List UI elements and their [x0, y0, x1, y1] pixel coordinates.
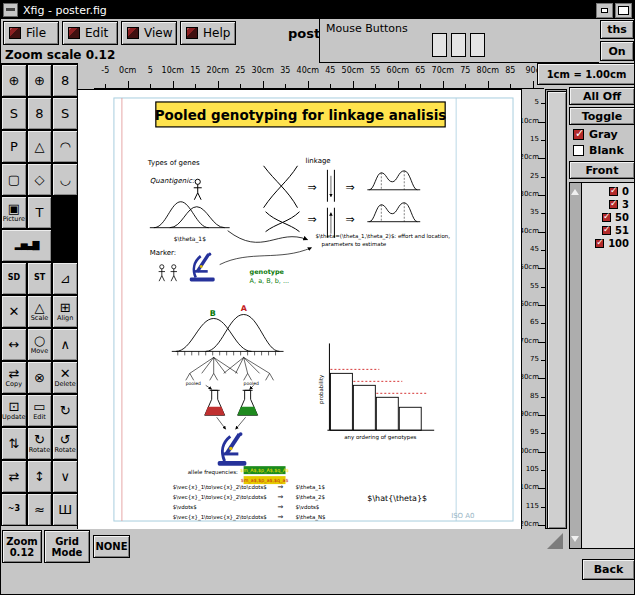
- maximize-button[interactable]: [615, 3, 632, 18]
- rotate-ccw-tool[interactable]: ↺ Rotate: [52, 427, 78, 460]
- join-split-tool[interactable]: ST: [27, 262, 53, 295]
- zoom-button[interactable]: Zoom 0.12: [2, 530, 42, 563]
- depth-list-scrollbar[interactable]: [570, 183, 582, 548]
- blank-checkbox-row[interactable]: Blank: [573, 144, 624, 157]
- text-tool[interactable]: T: [27, 196, 53, 229]
- zoom-scale-label: Zoom scale 0.12: [5, 48, 115, 62]
- arc-by-3-points-tool[interactable]: ◡: [52, 163, 78, 196]
- depth-row[interactable]: 51: [582, 224, 634, 237]
- rotate-cw-tool[interactable]: ↻ Rotate: [27, 427, 53, 460]
- convert-point-tool[interactable]: ∨: [52, 460, 78, 493]
- menu-button-file[interactable]: File: [3, 21, 59, 45]
- ruler-tick: 5: [522, 89, 545, 107]
- arrow-to-microscope: [236, 417, 246, 429]
- canvas-drawing[interactable]: Pooled genotyping for linkage analisis T…: [78, 90, 521, 529]
- arcbox-tool[interactable]: ▢: [1, 163, 27, 196]
- all-off-button[interactable]: All Off: [569, 87, 635, 105]
- depth-checkbox[interactable]: [602, 226, 611, 235]
- tool-label: Scale: [31, 315, 49, 322]
- delete-tool[interactable]: ✕ Delete: [52, 361, 78, 394]
- cut-point-tool[interactable]: ✕: [1, 295, 27, 328]
- grid-mode-button[interactable]: Grid Mode: [44, 530, 90, 563]
- tool-icon: ⇅: [8, 437, 19, 450]
- tool-icon: ⊗: [34, 371, 45, 384]
- ruler-tick-mark: [465, 84, 466, 88]
- smooth-tool[interactable]: ∧: [52, 328, 78, 361]
- gray-checkbox[interactable]: [573, 129, 584, 140]
- ruler-tick: 65: [409, 63, 432, 88]
- menu-button-help[interactable]: Help: [180, 21, 236, 45]
- circle-by-diameter-tool[interactable]: ⊕: [27, 64, 53, 97]
- active-tool-indicator[interactable]: [52, 196, 78, 229]
- copy-tool[interactable]: ⇄ Copy: [1, 361, 27, 394]
- circle-by-radius-tool[interactable]: ⊕: [1, 64, 27, 97]
- tool-icon: S: [61, 107, 69, 120]
- depth-checkbox[interactable]: [602, 213, 611, 222]
- closed-approx-spline-tool[interactable]: 8: [27, 97, 53, 130]
- mouse-buttons-panel: Mouse Buttons: [319, 19, 599, 63]
- menu-button-view[interactable]: View: [121, 21, 177, 45]
- depth-items: 0 3 50 51 100: [582, 183, 634, 548]
- window-menu-icon[interactable]: [3, 3, 18, 17]
- polyline-tool[interactable]: P: [1, 130, 27, 163]
- vertical-ruler[interactable]: 5 10cm 15 20cm 25 30: [521, 89, 545, 529]
- mirror-tool[interactable]: ⊗: [27, 361, 53, 394]
- depth-row[interactable]: 50: [582, 211, 634, 224]
- depth-checkbox[interactable]: [609, 187, 618, 196]
- closed-spline-tool[interactable]: 8: [52, 64, 78, 97]
- back-button[interactable]: Back: [582, 559, 635, 580]
- depth-checkbox[interactable]: [595, 239, 604, 248]
- horizontal-ruler[interactable]: -5 0cm 5 10cm 15 20c: [94, 63, 544, 89]
- approx-spline-tool[interactable]: S: [52, 97, 78, 130]
- spline-segment-tool[interactable]: ~3: [1, 493, 27, 526]
- flask-red: [205, 390, 225, 415]
- polygon-tool[interactable]: △: [27, 130, 53, 163]
- tool-label: Picture: [3, 216, 25, 223]
- move-point-tool[interactable]: ↔: [1, 328, 27, 361]
- ruler-tick: 20cm: [522, 144, 545, 162]
- edit-tool[interactable]: ▭ Edit: [27, 394, 53, 427]
- tool-icon: ⊿: [60, 272, 71, 285]
- ruler-tick: 20cm: [207, 63, 230, 88]
- arc-tool[interactable]: ◠: [52, 130, 78, 163]
- scrollbar-thumb[interactable]: [547, 91, 567, 529]
- titlebar[interactable]: Xfig - poster.fig: [1, 1, 634, 19]
- depth-row[interactable]: 3: [582, 198, 634, 211]
- flip-vertical-tool[interactable]: ↕: [27, 460, 53, 493]
- update-tool[interactable]: ⊡ Update: [1, 394, 27, 427]
- minimize-button[interactable]: [596, 3, 613, 18]
- flip-tool[interactable]: ⇅: [1, 427, 27, 460]
- regular-polygon-tool[interactable]: ◇: [27, 163, 53, 196]
- library-tool[interactable]: ▂▅▃▇: [1, 229, 52, 262]
- resize-handle[interactable]: [547, 533, 563, 549]
- smooth-curve-tool[interactable]: ≈: [27, 493, 53, 526]
- vertical-scrollbar[interactable]: [545, 89, 567, 529]
- align-tool[interactable]: ⊞ Align: [52, 295, 78, 328]
- on-button[interactable]: On: [600, 41, 634, 61]
- theta-hat-label: $\hat{\theta}$: [367, 494, 427, 503]
- flip-horizontal-tool[interactable]: ⇄: [1, 460, 27, 493]
- picture-tool[interactable]: ▣ Picture: [1, 196, 27, 229]
- depth-row[interactable]: 0: [582, 185, 634, 198]
- depth-checkbox[interactable]: [609, 200, 618, 209]
- formula-left: $\vec{x}_1\to\vec{x}_2\to\cdots$: [173, 514, 268, 521]
- add-point-tool[interactable]: ⊿: [52, 262, 78, 295]
- gray-checkbox-row[interactable]: Gray: [573, 128, 618, 141]
- drawing-canvas[interactable]: Pooled genotyping for linkage analisis T…: [77, 89, 521, 529]
- toggle-button[interactable]: Toggle: [569, 107, 635, 125]
- depth-row[interactable]: 100: [582, 237, 634, 250]
- blank-checkbox[interactable]: [573, 145, 584, 156]
- spline-tool[interactable]: S: [1, 97, 27, 130]
- ruler-tick-mark: [538, 452, 545, 453]
- redraw-tool[interactable]: ↻: [52, 394, 78, 427]
- front-button[interactable]: Front: [569, 161, 635, 179]
- ruler-tick-label: 85: [530, 392, 539, 401]
- open-compound-tool[interactable]: SD: [1, 262, 27, 295]
- blank-cell[interactable]: [52, 229, 78, 262]
- menu-button-edit[interactable]: Edit: [62, 21, 118, 45]
- tool-icon: ≈: [34, 503, 45, 516]
- grid-none-button[interactable]: NONE: [93, 535, 130, 558]
- hatch-pattern-tool[interactable]: Ш: [52, 493, 78, 526]
- move-tool[interactable]: ○ Move: [27, 328, 53, 361]
- scale-tool[interactable]: △ Scale: [27, 295, 53, 328]
